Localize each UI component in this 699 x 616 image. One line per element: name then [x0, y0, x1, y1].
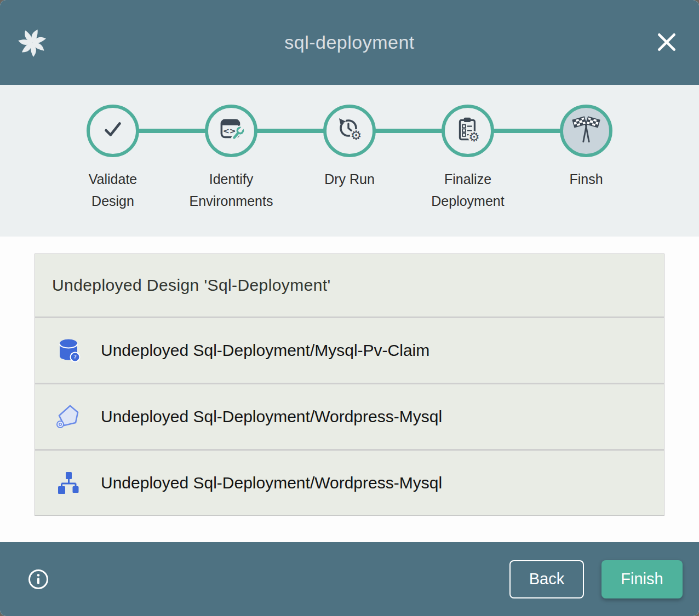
results-list: Undeployed Design 'Sql-Deployment' ? Und…	[35, 254, 664, 516]
finish-button[interactable]: Finish	[601, 560, 683, 598]
check-icon	[98, 115, 128, 147]
step-circle: ⚙	[442, 105, 494, 157]
dialog-header: sql-deployment	[0, 0, 699, 85]
step-connector	[256, 129, 325, 133]
step-circle	[560, 105, 612, 157]
back-button[interactable]: Back	[509, 560, 584, 598]
hierarchy-icon	[55, 469, 82, 497]
list-item: Undeployed Sql-Deployment/Wordpress-Mysq…	[35, 449, 664, 515]
step-circle	[87, 105, 139, 157]
step-circle: <>	[205, 105, 257, 157]
deployment-stepper: Validate Design <>	[0, 85, 699, 237]
svg-text:⚙: ⚙	[468, 130, 479, 144]
results-panel: Undeployed Design 'Sql-Deployment' ? Und…	[0, 237, 699, 542]
history-gear-icon: ⚙	[334, 114, 365, 147]
deployment-dialog: sql-deployment Validate Design	[0, 0, 699, 616]
step-label: Validate Design	[89, 168, 137, 212]
dialog-title: sql-deployment	[284, 32, 415, 53]
step-connector	[374, 129, 443, 133]
clipboard-gear-icon: ⚙	[452, 114, 483, 147]
close-icon[interactable]	[655, 31, 678, 54]
checkered-flags-icon	[570, 113, 603, 148]
step-label: Finalize Deployment	[431, 168, 504, 212]
svg-text:<>: <>	[223, 126, 236, 135]
list-item-text: Undeployed Sql-Deployment/Wordpress-Mysq…	[101, 474, 442, 492]
step-validate-design: Validate Design	[54, 85, 172, 237]
results-heading: Undeployed Design 'Sql-Deployment'	[35, 254, 664, 316]
step-connector	[137, 129, 207, 133]
list-item-text: Undeployed Sql-Deployment/Wordpress-Mysq…	[101, 407, 442, 426]
step-identify-environments: <> Identify Environment	[172, 85, 290, 237]
step-connector	[492, 129, 562, 133]
step-finalize-deployment: ⚙ Finalize Deployment	[409, 85, 527, 237]
list-item: Undeployed Sql-Deployment/Wordpress-Mysq…	[35, 383, 664, 449]
step-label: Identify Environments	[190, 168, 273, 212]
list-item: ? Undeployed Sql-Deployment/Mysql-Pv-Cla…	[35, 316, 664, 383]
dialog-footer: Back Finish	[0, 542, 699, 616]
step-label: Finsh	[569, 168, 603, 190]
step-circle: ⚙	[323, 105, 376, 157]
pentagon-icon	[55, 403, 82, 430]
svg-text:?: ?	[73, 354, 77, 361]
step-label: Dry Run	[324, 168, 375, 190]
meshery-logo-icon	[18, 27, 47, 59]
svg-text:⚙: ⚙	[351, 128, 362, 142]
step-finish: Finsh	[527, 85, 645, 237]
code-wrench-icon: <>	[216, 114, 247, 147]
step-dry-run: ⚙ Dry Run	[290, 85, 409, 237]
database-icon: ?	[55, 337, 82, 364]
list-item-text: Undeployed Sql-Deployment/Mysql-Pv-Claim	[101, 341, 429, 360]
info-icon[interactable]	[27, 568, 49, 590]
